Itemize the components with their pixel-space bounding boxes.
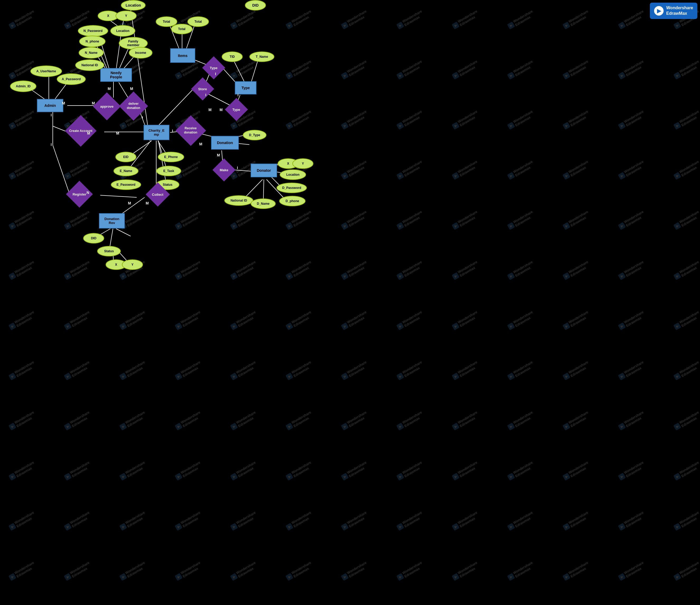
rel-make: Make bbox=[211, 162, 237, 178]
card-i7: I bbox=[205, 93, 206, 97]
rel-register: Register bbox=[64, 186, 95, 202]
card-m10: M bbox=[220, 108, 223, 112]
attr-y-np: Y bbox=[116, 10, 137, 21]
attr-a-username: A_UserName bbox=[30, 66, 62, 77]
wondershare-icon: ▶ bbox=[654, 6, 664, 16]
card-m5: M bbox=[87, 131, 90, 135]
card-m4: M bbox=[62, 101, 65, 105]
card-m9: M bbox=[208, 108, 211, 112]
card-m1: M bbox=[92, 101, 95, 105]
attr-location-don: Location bbox=[280, 169, 306, 180]
rel-approve: approve bbox=[92, 98, 121, 115]
card-m6: M bbox=[116, 131, 119, 135]
entity-items: Items bbox=[170, 48, 195, 63]
card-m11: M bbox=[128, 201, 131, 205]
attr-national-id-don: National ID bbox=[224, 195, 253, 206]
attr-n-password: N_Password bbox=[78, 25, 108, 37]
diagram-canvas: Admin Needy People Items Type Charity_E … bbox=[0, 0, 700, 605]
entity-admin: Admin bbox=[37, 99, 63, 112]
attr-income: Income bbox=[129, 47, 152, 58]
attr-y-don: Y bbox=[292, 158, 314, 169]
attr-e-phone: E_Phone bbox=[158, 152, 184, 162]
attr-n-name: N_Name bbox=[79, 47, 104, 58]
attr-e-password: E_Password bbox=[111, 179, 141, 190]
attr-did-rev: DID bbox=[83, 233, 104, 244]
attr-d-type: D_Type bbox=[243, 130, 267, 141]
logo-text: Wondershare EdrawMax bbox=[666, 5, 693, 16]
entity-needy-people: Needy People bbox=[100, 68, 132, 82]
entity-donation: Donation bbox=[211, 136, 239, 150]
attr-admin-id: Admin_ID bbox=[10, 80, 36, 92]
rel-type1: Type bbox=[201, 60, 226, 75]
entity-charity-emp: Charity_E mp bbox=[144, 125, 169, 140]
card-m12: M bbox=[146, 201, 149, 205]
rel-collect: Collect bbox=[144, 186, 172, 202]
entity-donator: Donator bbox=[251, 163, 277, 177]
attr-a-password: A_Password bbox=[57, 73, 86, 85]
card-m2: M bbox=[108, 86, 111, 91]
attr-total3: Total bbox=[188, 16, 209, 27]
entity-donation-rev: Donation Rev bbox=[99, 213, 125, 228]
card-i2: I bbox=[51, 143, 52, 147]
attr-status-rev: Status bbox=[97, 246, 121, 256]
card-n1: N bbox=[86, 191, 89, 195]
attr-y-rev: Y bbox=[122, 259, 143, 270]
card-i4: I bbox=[172, 129, 173, 133]
rel-type2: Type bbox=[224, 102, 249, 117]
card-i5: I bbox=[237, 166, 238, 170]
attr-d-phone: D_phone bbox=[279, 196, 305, 206]
attr-t-name: T_Name bbox=[249, 51, 274, 62]
rel-receive-donation: Receivedonation bbox=[174, 121, 207, 140]
attr-location-np: Location bbox=[110, 25, 135, 37]
rel-deliver-donation: deliverdonation bbox=[118, 97, 149, 115]
attr-d-name: D_Name bbox=[251, 198, 276, 209]
attr-d-password: D_Password bbox=[276, 183, 307, 193]
entity-type-rect: Type bbox=[235, 81, 256, 95]
attr-e-name: E_Name bbox=[114, 166, 139, 176]
card-m8: M bbox=[217, 153, 220, 157]
card-i6: I bbox=[215, 72, 216, 76]
rel-create-account: Create Account bbox=[61, 122, 100, 140]
card-m3: M bbox=[130, 86, 133, 91]
attr-e-task: E_Task bbox=[156, 166, 181, 176]
attr-n-phone: N_phone bbox=[79, 35, 105, 47]
attr-national-id-np: National ID bbox=[75, 59, 104, 71]
card-i8: I bbox=[238, 93, 239, 97]
attr-total2: Total bbox=[171, 24, 193, 34]
rel-store: Store bbox=[190, 81, 215, 97]
attr-location-rev: Location bbox=[121, 0, 146, 10]
wondershare-logo: ▶ Wondershare EdrawMax bbox=[650, 3, 697, 19]
card-m7: M bbox=[199, 142, 202, 146]
card-i1: I bbox=[51, 113, 52, 117]
card-i3: I bbox=[142, 116, 143, 120]
attr-eid: EID bbox=[115, 152, 136, 162]
attr-did-don: DID bbox=[245, 0, 266, 10]
